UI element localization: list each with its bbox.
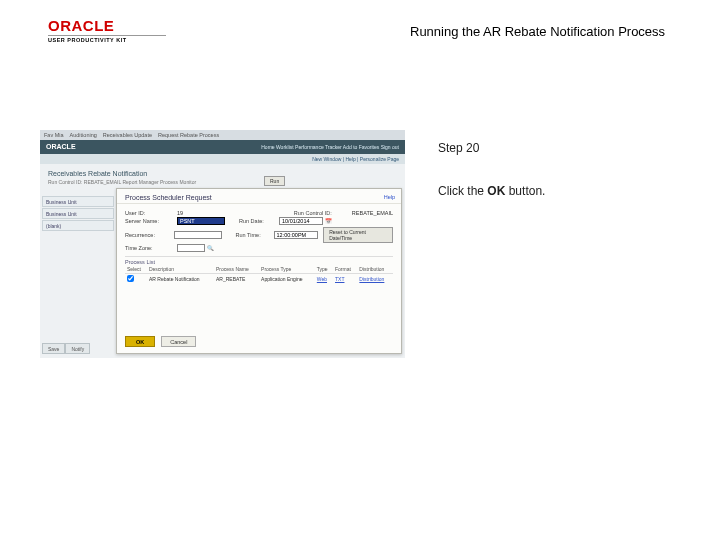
logo-divider [48, 35, 166, 36]
table-header-row: Select Description Process Name Process … [125, 265, 393, 274]
tab-2[interactable]: Receivables Update [103, 132, 152, 138]
ok-button[interactable]: OK [125, 336, 155, 347]
left-fields: Business Unit Business Unit (blank) [42, 196, 114, 232]
cancel-button[interactable]: Cancel [161, 336, 196, 347]
process-scheduler-dialog: Process Scheduler Request Help User ID: … [116, 188, 402, 354]
table-row: AR Rebate Notification AR_REBATE Applica… [125, 274, 393, 285]
run-date-label: Run Date: [239, 218, 279, 224]
recurrence-field[interactable] [174, 231, 222, 239]
lp-business-unit-value[interactable]: Business Unit [42, 208, 114, 219]
col-process-name: Process Name [214, 265, 259, 274]
oracle-logo-block: ORACLE USER PRODUCTIVITY KIT [48, 18, 166, 44]
run-time-field[interactable] [274, 231, 318, 239]
col-format: Format [333, 265, 357, 274]
instruction-text: Click the OK button. [438, 183, 678, 200]
row-select-cell[interactable] [125, 274, 147, 285]
oracle-app-bar: ORACLE Home Worklist Performance Tracker… [40, 140, 405, 154]
oracle-brand-bar: ORACLE [40, 140, 82, 154]
user-id-label: User ID: [125, 210, 177, 216]
page-heading: Receivables Rebate Notification [40, 164, 405, 179]
run-time-label: Run Time: [236, 232, 274, 238]
tab-1[interactable]: Auditioning [70, 132, 97, 138]
dialog-buttons: OK Cancel [125, 336, 196, 347]
instr-part1: Click the [438, 184, 487, 198]
run-button-bg[interactable]: Run [264, 176, 285, 186]
row-dist-cell[interactable]: Distribution [357, 274, 393, 285]
oracle-header-links[interactable]: Home Worklist Performance Tracker Add to… [255, 140, 405, 154]
row-type-cell[interactable]: Web [315, 274, 333, 285]
sub-toolbar[interactable]: New Window | Help | Personalize Page [40, 154, 405, 164]
row-format-link[interactable]: TXT [335, 276, 344, 282]
col-process-type: Process Type [259, 265, 315, 274]
row-process-type: Application Engine [259, 274, 315, 285]
col-description: Description [147, 265, 214, 274]
col-select: Select [125, 265, 147, 274]
run-ctrl-value: REBATE_EMAIL [352, 210, 393, 216]
run-ctrl-label: Run Control ID: [294, 210, 352, 216]
oracle-wordmark: ORACLE [48, 18, 166, 33]
lp-blank: (blank) [42, 220, 114, 231]
calendar-icon[interactable]: 📅 [325, 218, 332, 224]
page-title: Running the AR Rebate Notification Proce… [410, 24, 665, 39]
embedded-screenshot: Fav Mia Auditioning Receivables Update R… [40, 130, 405, 358]
timezone-field[interactable] [177, 244, 205, 252]
process-list: Process List Select Description Process … [125, 256, 393, 284]
instr-bold: OK [487, 184, 505, 198]
row-format-cell[interactable]: TXT [333, 274, 357, 285]
row-select-checkbox[interactable] [127, 275, 134, 282]
save-tab[interactable]: Save [42, 343, 65, 354]
user-id-value: 19 [177, 210, 183, 216]
step-label: Step 20 [438, 140, 678, 157]
server-name-label: Server Name: [125, 218, 177, 224]
row-dist-link[interactable]: Distribution [359, 276, 384, 282]
bottom-action-tabs: Save Notify [42, 343, 90, 354]
row-process-name: AR_REBATE [214, 274, 259, 285]
instr-part2: button. [505, 184, 545, 198]
upk-subtitle: USER PRODUCTIVITY KIT [48, 38, 166, 44]
col-distribution: Distribution [357, 265, 393, 274]
reset-datetime-button[interactable]: Reset to Current Date/Time [323, 227, 393, 243]
row-description: AR Rebate Notification [147, 274, 214, 285]
instruction-panel: Step 20 Click the OK button. [438, 140, 678, 200]
recurrence-label: Recurrence: [125, 232, 174, 238]
col-type: Type [315, 265, 333, 274]
process-list-table: Select Description Process Name Process … [125, 265, 393, 284]
tab-0[interactable]: Fav Mia [44, 132, 64, 138]
tab-3[interactable]: Request Rebate Process [158, 132, 219, 138]
notify-tab[interactable]: Notify [65, 343, 90, 354]
lp-business-unit-label: Business Unit [42, 196, 114, 207]
row-type-link[interactable]: Web [317, 276, 327, 282]
timezone-label: Time Zone: [125, 245, 177, 251]
run-date-field[interactable] [279, 217, 323, 225]
lookup-icon[interactable]: 🔍 [207, 245, 214, 251]
browser-tabs: Fav Mia Auditioning Receivables Update R… [40, 130, 405, 140]
dialog-title: Process Scheduler Request [117, 189, 401, 204]
run-button[interactable]: Run [264, 176, 285, 186]
server-name-field[interactable] [177, 217, 225, 225]
dialog-help-link[interactable]: Help [384, 194, 395, 200]
